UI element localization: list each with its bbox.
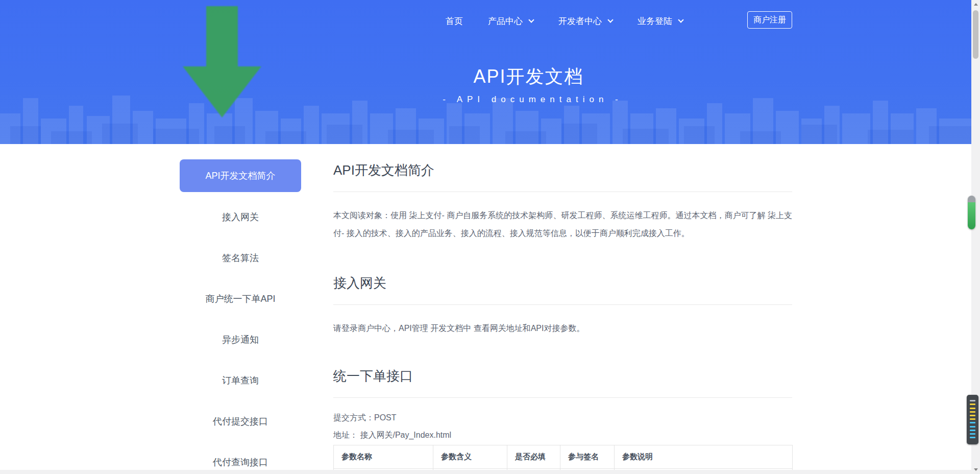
section-heading-intro: API开发文档简介	[333, 161, 792, 179]
nav-item-products[interactable]: 产品中心	[488, 15, 533, 27]
widget-dash	[970, 408, 975, 409]
vertical-scrollbar-thumb[interactable]	[973, 10, 978, 59]
column-header-signed: 参与签名	[560, 445, 615, 469]
green-scroll-marker[interactable]	[968, 196, 975, 229]
nav-item-home[interactable]: 首页	[446, 15, 463, 27]
widget-dash	[970, 422, 975, 423]
widget-dash	[970, 415, 975, 416]
nav-item-label: 首页	[446, 15, 463, 27]
banner: 首页 产品中心 开发者中心 业务登陆 商户注册 API开发文档 - API do…	[0, 0, 971, 144]
section-heading-gateway: 接入网关	[333, 274, 792, 292]
horizontal-scrollbar[interactable]	[0, 470, 971, 474]
widget-dash	[970, 426, 975, 428]
column-header-param-name: 参数名称	[334, 445, 433, 469]
divider	[333, 304, 792, 305]
sidebar-item-async-notify[interactable]: 异步通知	[180, 331, 301, 348]
chevron-down-icon	[528, 17, 534, 22]
marker-bar	[968, 202, 975, 229]
submit-method-line: 提交方式：POST	[333, 411, 792, 424]
widget-dash	[970, 418, 975, 420]
city-skyline-graphic	[0, 83, 971, 144]
nav-item-label: 业务登陆	[638, 15, 672, 27]
nav-item-business-login[interactable]: 业务登陆	[638, 15, 683, 27]
sidebar: API开发文档简介 接入网关 签名算法 商户统一下单API 异步通知 订单查询 …	[180, 159, 301, 470]
nav-item-developer-center[interactable]: 开发者中心	[558, 15, 612, 27]
widget-dash	[970, 437, 975, 438]
chevron-down-icon	[607, 17, 613, 22]
arrow-up-icon	[974, 3, 978, 6]
sidebar-list: 接入网关 签名算法 商户统一下单API 异步通知 订单查询 代付提交接口 代付查…	[180, 209, 301, 470]
widget-dash	[970, 411, 975, 413]
column-header-param-meaning: 参数含义	[433, 445, 507, 469]
intro-paragraph: 本文阅读对象：使用 柒上支付- 商户自服务系统的技术架构师、研发工程师、系统运维…	[333, 206, 792, 242]
widget-dash	[970, 433, 975, 435]
marker-cap	[968, 196, 975, 202]
divider	[333, 192, 792, 192]
nav-item-label: 开发者中心	[558, 15, 602, 27]
sidebar-item-payout-submit[interactable]: 代付提交接口	[180, 413, 301, 430]
scroll-down-button[interactable]	[971, 465, 980, 474]
section-heading-unified-order: 统一下单接口	[333, 367, 792, 385]
page-title: API开发文档	[43, 64, 971, 89]
main-nav: 首页 产品中心 开发者中心 业务登陆	[446, 12, 683, 30]
column-header-description: 参数说明	[615, 445, 793, 469]
sidebar-item-signature[interactable]: 签名算法	[180, 250, 301, 266]
table-header-row: 参数名称 参数含义 是否必填 参与签名 参数说明	[334, 445, 793, 469]
divider	[333, 397, 792, 398]
main-content: API开发文档简介 本文阅读对象：使用 柒上支付- 商户自服务系统的技术架构师、…	[333, 144, 792, 474]
extension-widget[interactable]	[967, 395, 978, 444]
widget-dash	[970, 400, 975, 401]
gateway-address-line: 地址： 接入网关/Pay_Index.html	[333, 429, 792, 442]
sidebar-item-order-query[interactable]: 订单查询	[180, 372, 301, 389]
column-header-required: 是否必填	[507, 445, 560, 469]
sidebar-item-payout-query[interactable]: 代付查询接口	[180, 454, 301, 470]
merchant-register-button[interactable]: 商户注册	[747, 11, 792, 29]
sidebar-item-api-doc-intro[interactable]: API开发文档简介	[180, 159, 301, 192]
widget-dash	[970, 430, 975, 431]
widget-dash	[970, 404, 975, 405]
scroll-up-button[interactable]	[971, 0, 980, 9]
nav-item-label: 产品中心	[488, 15, 523, 27]
page-body: API开发文档简介 接入网关 签名算法 商户统一下单API 异步通知 订单查询 …	[0, 144, 971, 474]
gateway-paragraph: 请登录商户中心，API管理 开发文档中 查看网关地址和API对接参数。	[333, 319, 792, 337]
chevron-down-icon	[678, 17, 683, 22]
sidebar-item-unified-order-api[interactable]: 商户统一下单API	[180, 291, 301, 307]
page-subtitle: - API documentation -	[47, 94, 971, 105]
arrow-down-icon	[974, 468, 978, 471]
sidebar-item-gateway[interactable]: 接入网关	[180, 209, 301, 225]
